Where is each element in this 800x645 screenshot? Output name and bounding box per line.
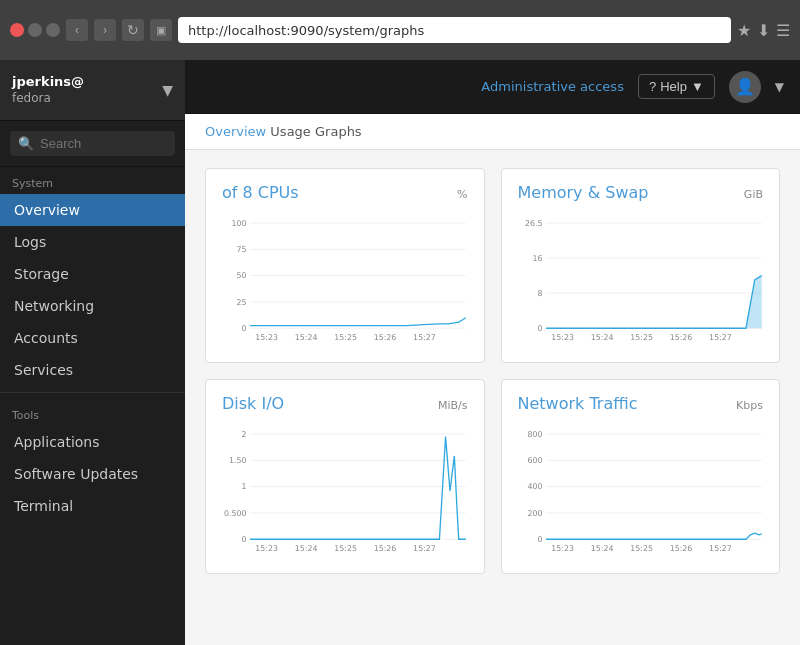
- graph-title-network: Network Traffic: [518, 394, 638, 413]
- help-chevron-icon: ▼: [691, 79, 704, 94]
- back-button[interactable]: ‹: [66, 19, 88, 41]
- browser-chrome: ‹ › ↻ ▣ http://localhost:9090/system/gra…: [0, 0, 800, 60]
- svg-text:15:26: 15:26: [374, 544, 397, 553]
- browser-actions: ★ ⬇ ☰: [737, 21, 790, 40]
- svg-text:600: 600: [527, 456, 542, 465]
- svg-text:15:25: 15:25: [630, 333, 653, 342]
- forward-button[interactable]: ›: [94, 19, 116, 41]
- graph-unit-network: Kbps: [736, 399, 763, 412]
- svg-text:15:27: 15:27: [413, 333, 436, 342]
- sidebar-item-networking[interactable]: Networking: [0, 290, 185, 322]
- svg-text:15:24: 15:24: [590, 544, 613, 553]
- svg-text:400: 400: [527, 482, 542, 491]
- search-input[interactable]: [40, 136, 167, 151]
- svg-text:50: 50: [237, 271, 247, 280]
- graph-card-disk: Disk I/O MiB/s 2 1.50 1 0.500 0: [205, 379, 485, 574]
- browser-controls: [10, 23, 60, 37]
- chart-area-network: 800 600 400 200 0: [518, 421, 764, 561]
- question-icon: ?: [649, 79, 656, 94]
- sidebar-item-overview[interactable]: Overview: [0, 194, 185, 226]
- svg-text:15:23: 15:23: [551, 544, 574, 553]
- svg-text:0.500: 0.500: [224, 509, 247, 518]
- sidebar-item-storage[interactable]: Storage: [0, 258, 185, 290]
- svg-text:15:25: 15:25: [630, 544, 653, 553]
- graph-title-cpu: of 8 CPUs: [222, 183, 299, 202]
- sidebar-item-terminal[interactable]: Terminal: [0, 490, 185, 522]
- svg-text:15:25: 15:25: [334, 544, 357, 553]
- svg-text:0: 0: [537, 324, 542, 333]
- sidebar-header[interactable]: jperkins@ fedora ▼: [0, 60, 185, 121]
- svg-text:16: 16: [532, 254, 542, 263]
- help-label: Help: [660, 79, 687, 94]
- graph-title-memory: Memory & Swap: [518, 183, 649, 202]
- svg-text:15:24: 15:24: [590, 333, 613, 342]
- bookmark-button[interactable]: ★: [737, 21, 751, 40]
- svg-text:0: 0: [242, 324, 247, 333]
- svg-text:100: 100: [232, 219, 247, 228]
- sidebar-item-logs[interactable]: Logs: [0, 226, 185, 258]
- chevron-down-icon: ▼: [162, 82, 173, 98]
- breadcrumb: Overview Usage Graphs: [185, 114, 800, 150]
- svg-text:15:23: 15:23: [551, 333, 574, 342]
- graph-header-network: Network Traffic Kbps: [518, 394, 764, 413]
- graph-unit-memory: GiB: [744, 188, 763, 201]
- search-input-wrap: 🔍: [10, 131, 175, 156]
- graph-unit-cpu: %: [457, 188, 467, 201]
- graph-header-memory: Memory & Swap GiB: [518, 183, 764, 202]
- graph-card-network: Network Traffic Kbps 800 600 400 200 0: [501, 379, 781, 574]
- url-text: http://localhost:9090/system/graphs: [188, 23, 424, 38]
- sidebar-divider: [0, 392, 185, 393]
- svg-text:15:23: 15:23: [255, 544, 278, 553]
- svg-text:26.5: 26.5: [525, 219, 543, 228]
- hostname-label: fedora: [12, 91, 84, 107]
- chart-area-cpu: 100 75 50 25 0: [222, 210, 468, 350]
- sidebar-user: jperkins@ fedora: [12, 74, 84, 106]
- screenshot-button[interactable]: ▣: [150, 19, 172, 41]
- graph-card-memory: Memory & Swap GiB 26.5 16 8 0: [501, 168, 781, 363]
- close-button[interactable]: [10, 23, 24, 37]
- svg-text:15:27: 15:27: [709, 333, 732, 342]
- svg-text:15:24: 15:24: [295, 333, 318, 342]
- svg-text:15:26: 15:26: [374, 333, 397, 342]
- svg-text:25: 25: [237, 298, 247, 307]
- breadcrumb-current: Usage Graphs: [270, 124, 361, 139]
- breadcrumb-overview-link[interactable]: Overview: [205, 124, 266, 139]
- avatar-chevron-icon: ▼: [775, 80, 784, 94]
- svg-text:15:23: 15:23: [255, 333, 278, 342]
- graph-header-cpu: of 8 CPUs %: [222, 183, 468, 202]
- main-wrap: Administrative access ? Help ▼ 👤 ▼ Overv…: [185, 60, 800, 645]
- svg-text:15:26: 15:26: [669, 544, 692, 553]
- sidebar-item-services[interactable]: Services: [0, 354, 185, 386]
- svg-text:15:26: 15:26: [669, 333, 692, 342]
- help-button[interactable]: ? Help ▼: [638, 74, 715, 99]
- svg-text:0: 0: [242, 535, 247, 544]
- network-chart-svg: 800 600 400 200 0: [518, 421, 764, 561]
- download-button[interactable]: ⬇: [757, 21, 770, 40]
- disk-chart-svg: 2 1.50 1 0.500 0: [222, 421, 468, 561]
- sidebar-item-software-updates[interactable]: Software Updates: [0, 458, 185, 490]
- svg-text:15:24: 15:24: [295, 544, 318, 553]
- search-box: 🔍: [0, 121, 185, 167]
- sidebar-item-applications[interactable]: Applications: [0, 426, 185, 458]
- section-system-label: System: [0, 167, 185, 194]
- graph-title-disk: Disk I/O: [222, 394, 284, 413]
- memory-chart-svg: 26.5 16 8 0: [518, 210, 764, 350]
- username-label: jperkins@: [12, 74, 84, 91]
- reload-button[interactable]: ↻: [122, 19, 144, 41]
- topbar: Administrative access ? Help ▼ 👤 ▼: [185, 60, 800, 114]
- svg-text:15:25: 15:25: [334, 333, 357, 342]
- cpu-chart-svg: 100 75 50 25 0: [222, 210, 468, 350]
- content-area: of 8 CPUs % 100 75 50 25 0: [185, 150, 800, 645]
- minimize-button[interactable]: [28, 23, 42, 37]
- svg-text:800: 800: [527, 430, 542, 439]
- search-icon: 🔍: [18, 136, 34, 151]
- address-bar[interactable]: http://localhost:9090/system/graphs: [178, 17, 731, 43]
- svg-text:1.50: 1.50: [229, 456, 247, 465]
- graph-card-cpu: of 8 CPUs % 100 75 50 25 0: [205, 168, 485, 363]
- sidebar-item-accounts[interactable]: Accounts: [0, 322, 185, 354]
- svg-marker-23: [546, 276, 762, 329]
- maximize-button[interactable]: [46, 23, 60, 37]
- menu-button[interactable]: ☰: [776, 21, 790, 40]
- app-container: jperkins@ fedora ▼ 🔍 System Overview Log…: [0, 60, 800, 645]
- chart-area-disk: 2 1.50 1 0.500 0: [222, 421, 468, 561]
